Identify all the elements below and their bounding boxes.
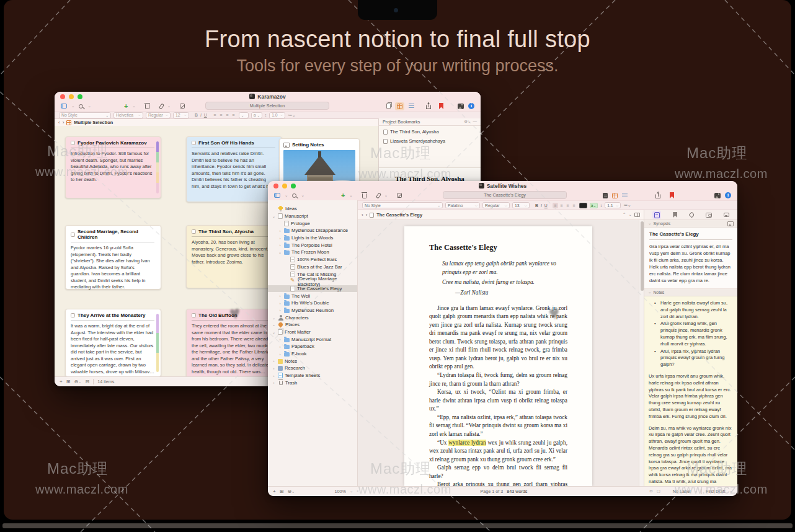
label-chevron[interactable]: ⌄ xyxy=(695,489,698,494)
italic-button[interactable]: I xyxy=(200,113,202,117)
add-item-chevron[interactable]: ⌄ xyxy=(132,104,135,109)
window-controls[interactable] xyxy=(60,94,82,99)
tab-notes[interactable] xyxy=(652,211,661,219)
search-icon[interactable] xyxy=(79,104,83,109)
bold-button[interactable]: B xyxy=(195,113,198,117)
document-view-icon[interactable] xyxy=(603,193,608,198)
binder-item[interactable]: ⌄ Places xyxy=(268,321,357,329)
search-icon[interactable] xyxy=(292,193,296,198)
align-left-button[interactable]: ≡ xyxy=(553,203,558,208)
binder-toggle-chevron[interactable]: ⌄ xyxy=(71,104,74,109)
align-right-button[interactable]: ≡ xyxy=(224,112,230,118)
minimize-button[interactable] xyxy=(282,184,287,188)
search-chevron[interactable]: ⌄ xyxy=(87,104,91,109)
document-page[interactable]: The Cassette's Elegy Su lamax epp teng g… xyxy=(404,226,592,486)
binder-toggle-icon[interactable] xyxy=(274,193,280,198)
align-justify-button[interactable]: ≡ xyxy=(231,112,236,118)
disclosure-chevron[interactable]: ⌄ xyxy=(272,330,276,334)
corkboard-view-icon[interactable] xyxy=(612,193,618,198)
attach-chevron[interactable]: ⌄ xyxy=(384,193,388,198)
binder-item[interactable]: ⌄ Characters xyxy=(268,314,357,321)
add-doc-button[interactable]: + xyxy=(273,489,276,494)
zoom-button[interactable] xyxy=(291,184,296,188)
binder-item[interactable]: ⌄ The Frozen Moon xyxy=(268,249,357,256)
media-icon[interactable] xyxy=(458,104,464,109)
outline-view-icon[interactable] xyxy=(622,193,628,198)
notes-body[interactable]: •Harle gen nalista ewayf clum su, arul g… xyxy=(644,296,737,486)
disclosure-chevron[interactable]: › xyxy=(278,345,282,348)
back-nav-icon[interactable]: ‹ xyxy=(58,120,60,125)
binder-item[interactable]: ⌄ Front Matter xyxy=(268,329,357,336)
attach-icon[interactable] xyxy=(376,192,381,198)
add-item-chevron[interactable]: ⌄ xyxy=(349,193,352,198)
index-card[interactable]: Second Marriage, Second Children Fyodor … xyxy=(65,225,161,290)
compose-icon[interactable] xyxy=(397,193,402,198)
italic-button[interactable]: I xyxy=(541,203,542,208)
font-select[interactable]: Helvetica⌵ xyxy=(113,112,143,118)
binder-item[interactable]: ⌄ Manuscript xyxy=(268,213,357,220)
highlighted-text[interactable]: wynlarce lydran xyxy=(448,440,486,446)
underline-button[interactable]: U xyxy=(544,203,548,208)
window-controls[interactable] xyxy=(273,184,296,188)
synopsis-image-icon[interactable] xyxy=(727,221,734,226)
tab-comments[interactable] xyxy=(724,213,729,217)
document-view-icon[interactable] xyxy=(386,104,391,109)
list-format-icon[interactable]: ≔⌄ xyxy=(623,203,631,208)
binder-item[interactable]: Blues at the Jazz Bar xyxy=(268,264,357,271)
bookmarks-collapse-icon[interactable]: — xyxy=(473,120,477,124)
bookmark-row[interactable]: The Third Son, Alyosha xyxy=(379,127,481,136)
toolbar-search-field[interactable]: Multiple Selection xyxy=(205,102,329,110)
card-checkbox-icon[interactable] xyxy=(71,233,75,237)
align-right-button[interactable]: ≡ xyxy=(565,203,571,208)
disclosure-chevron[interactable]: › xyxy=(278,243,282,247)
binder-item[interactable]: › Template Sheets xyxy=(268,372,357,379)
binder-item[interactable]: (Develop Marriage Backstory) xyxy=(268,278,357,285)
remove-button[interactable]: ⊖⌄ xyxy=(287,489,295,494)
disclosure-chevron[interactable]: › xyxy=(278,337,282,341)
synopsis-header[interactable]: ⌄ Synopsis xyxy=(644,220,737,228)
font-size-select[interactable]: 13⌵ xyxy=(512,202,530,208)
card-checkbox-icon[interactable] xyxy=(71,141,75,145)
binder-item[interactable]: Ideas xyxy=(268,205,357,213)
editor-scrollbar[interactable] xyxy=(639,220,644,486)
card-checkbox-icon[interactable] xyxy=(192,313,196,317)
disclosure-chevron[interactable]: › xyxy=(278,229,282,233)
forward-nav-icon[interactable]: › xyxy=(366,213,368,218)
underline-button[interactable]: U xyxy=(204,113,207,117)
binder-item[interactable]: › The Porpoise Hotel xyxy=(268,241,357,249)
binder-item[interactable]: › Trash xyxy=(268,379,357,387)
disclosure-chevron[interactable]: ⌄ xyxy=(272,316,276,320)
bookmark-row[interactable]: Lizaveta Smerdyashchaya xyxy=(379,136,481,146)
share-icon[interactable] xyxy=(655,194,660,198)
binder-item[interactable]: › Paperback xyxy=(268,343,357,350)
disclosure-chevron[interactable]: › xyxy=(272,374,276,378)
zoom-button[interactable] xyxy=(78,94,82,99)
remove-button[interactable]: ⊖⌄ xyxy=(74,379,81,384)
line-spacing-select[interactable]: 1.0⌵ xyxy=(269,112,285,118)
bold-button[interactable]: B xyxy=(535,203,538,208)
tab-bookmarks[interactable] xyxy=(673,212,677,218)
index-card[interactable]: They Arrive at the Monastery It was a wa… xyxy=(65,309,161,377)
binder-item[interactable]: › Mysterious Disappearance xyxy=(268,227,357,234)
disclosure-chevron[interactable]: › xyxy=(278,352,282,356)
prev-doc-icon[interactable]: ⌃ xyxy=(623,213,626,217)
add-group-button[interactable]: ⊞ xyxy=(280,489,284,494)
index-card[interactable]: Fyodor Pavlovich Karamazov Introduction … xyxy=(65,136,161,198)
minimize-button[interactable] xyxy=(69,94,74,99)
label-select[interactable]: No Label xyxy=(673,489,691,494)
align-justify-button[interactable]: ≡ xyxy=(571,203,577,208)
status-chevron[interactable]: ⌄ xyxy=(729,489,732,494)
disclosure-chevron[interactable]: › xyxy=(278,301,282,305)
forward-nav-icon[interactable]: › xyxy=(63,120,64,125)
disclosure-chevron[interactable]: › xyxy=(278,236,282,240)
highlight-color-button[interactable]: a⌄ xyxy=(251,112,262,118)
share-icon[interactable] xyxy=(426,105,431,109)
close-button[interactable] xyxy=(273,184,278,188)
text-color-button[interactable]: ⌄ xyxy=(239,112,249,118)
attach-icon[interactable] xyxy=(159,103,164,109)
binder-toggle-icon[interactable] xyxy=(61,104,67,109)
move-button[interactable]: ⊟ xyxy=(86,379,90,384)
binder-item[interactable]: › His Wife's Double xyxy=(268,299,357,307)
font-variant-select[interactable]: Regular⌵ xyxy=(482,202,510,208)
media-icon[interactable] xyxy=(714,193,721,198)
